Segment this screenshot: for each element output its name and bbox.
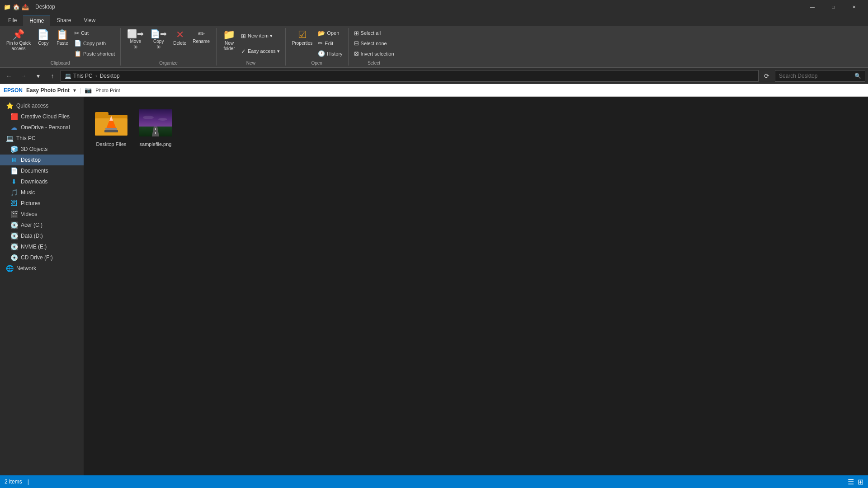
tab-view[interactable]: View (77, 15, 102, 26)
open-button[interactable]: 📂 Open (316, 29, 344, 38)
sidebar-item-network[interactable]: 🌐 Network (0, 263, 84, 274)
sidebar-item-desktop[interactable]: 🖥 Desktop (0, 155, 84, 165)
sidebar-label-3d-objects: 3D Objects (21, 146, 47, 152)
sidebar-label-quick-access: Quick access (16, 103, 48, 109)
epson-dropdown-arrow[interactable]: ▾ (73, 87, 76, 94)
tab-file[interactable]: File (2, 15, 23, 26)
pin-icon: 📌 (12, 30, 24, 40)
sidebar-label-this-pc: This PC (16, 135, 36, 141)
up-button[interactable]: ↑ (46, 70, 59, 82)
epson-photo-print[interactable]: Photo Print (95, 88, 120, 93)
window-title: Desktop (32, 4, 799, 10)
sidebar-item-cd-drive[interactable]: 💿 CD Drive (F:) (0, 252, 84, 263)
history-icon: 🕐 (318, 50, 325, 57)
edit-button[interactable]: ✏ Edit (316, 39, 344, 47)
status-separator: | (28, 479, 29, 485)
tab-home[interactable]: Home (23, 15, 50, 26)
new-folder-button[interactable]: 📁 Newfolder (220, 28, 238, 53)
svg-rect-6 (104, 130, 118, 132)
select-all-button[interactable]: ⊞ Select all (352, 29, 396, 38)
path-sep-1: › (95, 73, 97, 79)
sidebar-item-3d-objects[interactable]: 🧊 3D Objects (0, 144, 84, 155)
onedrive-icon: ☁ (10, 124, 18, 131)
back-button[interactable]: ← (3, 70, 15, 82)
sidebar-label-videos: Videos (21, 211, 37, 217)
copy-button[interactable]: 📄 Copy (34, 28, 52, 48)
select-items: ⊞ Select all ⊟ Select none ⊠ Invert sele… (352, 28, 396, 60)
properties-button[interactable]: ☑ Properties (289, 28, 316, 48)
new-folder-icon: 📁 (223, 30, 235, 40)
epson-brand: EPSON (4, 87, 23, 94)
epson-submenu-label: Photo Print (95, 88, 120, 93)
details-view-icon[interactable]: ☰ (848, 478, 854, 486)
quick-access-icon: ⭐ (5, 102, 14, 109)
invert-selection-button[interactable]: ⊠ Invert selection (352, 49, 396, 58)
refresh-button[interactable]: ⟳ (760, 70, 773, 82)
history-button[interactable]: 🕐 History (316, 49, 344, 58)
organize-label: Organize (159, 60, 178, 66)
sidebar-item-downloads[interactable]: ⬇ Downloads (0, 176, 84, 187)
organize-items: ⬜➡ Moveto 📄➡ Copyto ✕ Delete ✏ Rename (124, 28, 212, 60)
copy-to-button[interactable]: 📄➡ Copyto (147, 28, 170, 52)
path-this-pc[interactable]: This PC (73, 73, 93, 79)
file-item-desktop-files[interactable]: Desktop FIles (91, 104, 132, 150)
clipboard-label: Clipboard (51, 60, 70, 66)
large-icons-view-icon[interactable]: ⊞ (858, 478, 863, 486)
new-item-button[interactable]: ⊞ New item ▾ (239, 32, 282, 40)
sidebar-label-creative-cloud: Creative Cloud Files (21, 113, 70, 120)
copy-path-button[interactable]: 📄 Copy path (72, 39, 117, 47)
forward-button[interactable]: → (17, 70, 30, 82)
new-items: 📁 Newfolder ⊞ New item ▾ ✓ Easy access ▾ (220, 28, 282, 60)
music-icon: 🎵 (10, 189, 18, 196)
search-box[interactable]: 🔍 (775, 70, 865, 82)
rename-button[interactable]: ✏ Rename (190, 28, 212, 46)
cut-button[interactable]: ✂ Cut (72, 29, 117, 38)
sidebar-item-acer[interactable]: 💽 Acer (C:) (0, 220, 84, 230)
sidebar-item-videos[interactable]: 🎬 Videos (0, 209, 84, 220)
sidebar-label-network: Network (16, 265, 36, 272)
search-input[interactable] (779, 73, 853, 79)
sidebar-item-quick-access[interactable]: ⭐ Quick access (0, 100, 84, 111)
select-none-button[interactable]: ⊟ Select none (352, 39, 396, 47)
file-item-samplefile[interactable]: samplefile.png (135, 104, 176, 150)
sidebar-item-documents[interactable]: 📄 Documents (0, 165, 84, 176)
minimize-button[interactable]: — (802, 0, 823, 14)
sidebar-item-music[interactable]: 🎵 Music (0, 187, 84, 198)
sidebar-item-onedrive[interactable]: ☁ OneDrive - Personal (0, 122, 84, 133)
maximize-button[interactable]: □ (823, 0, 844, 14)
sidebar-label-onedrive: OneDrive - Personal (21, 124, 70, 131)
sidebar-label-nvme: NVME (E:) (21, 244, 47, 250)
easy-access-icon: ✓ (241, 48, 246, 55)
sidebar-item-creative-cloud[interactable]: 🟥 Creative Cloud Files (0, 111, 84, 122)
address-bar: ← → ▾ ↑ 💻 This PC › Desktop ⟳ 🔍 (0, 68, 868, 84)
sidebar-item-this-pc[interactable]: 💻 This PC (0, 133, 84, 144)
svg-point-12 (143, 116, 154, 119)
sidebar-item-pictures[interactable]: 🖼 Pictures (0, 198, 84, 209)
copy-path-icon: 📄 (74, 40, 81, 47)
easy-access-button[interactable]: ✓ Easy access ▾ (239, 47, 282, 56)
address-path[interactable]: 💻 This PC › Desktop (61, 70, 759, 82)
move-to-button[interactable]: ⬜➡ Moveto (124, 28, 146, 52)
paste-button[interactable]: 📋 Paste (53, 28, 71, 48)
search-icon: 🔍 (854, 73, 861, 79)
app-icon-3: 📤 (22, 4, 29, 10)
sidebar-item-nvme[interactable]: 💽 NVME (E:) (0, 241, 84, 252)
path-desktop[interactable]: Desktop (100, 73, 120, 79)
content-area: Desktop FIles (84, 97, 868, 475)
properties-icon: ☑ (298, 30, 307, 40)
rename-icon: ✏ (198, 30, 205, 38)
pin-quick-access-button[interactable]: 📌 Pin to Quickaccess (4, 28, 33, 53)
sidebar: ⭐ Quick access 🟥 Creative Cloud Files ☁ … (0, 97, 84, 475)
sidebar-item-data[interactable]: 💽 Data (D:) (0, 230, 84, 241)
new-small-buttons: ⊞ New item ▾ ✓ Easy access ▾ (239, 28, 282, 59)
recent-locations-button[interactable]: ▾ (32, 70, 44, 82)
close-button[interactable]: ✕ (844, 0, 864, 14)
select-none-icon: ⊟ (354, 40, 359, 47)
sidebar-label-documents: Documents (21, 168, 48, 174)
tab-share[interactable]: Share (50, 15, 77, 26)
delete-button[interactable]: ✕ Delete (170, 28, 189, 48)
status-right: ☰ ⊞ (848, 478, 863, 486)
status-bar: 2 items | ☰ ⊞ (0, 475, 868, 488)
paste-shortcut-icon: 📋 (74, 50, 81, 57)
paste-shortcut-button[interactable]: 📋 Paste shortcut (72, 49, 117, 58)
